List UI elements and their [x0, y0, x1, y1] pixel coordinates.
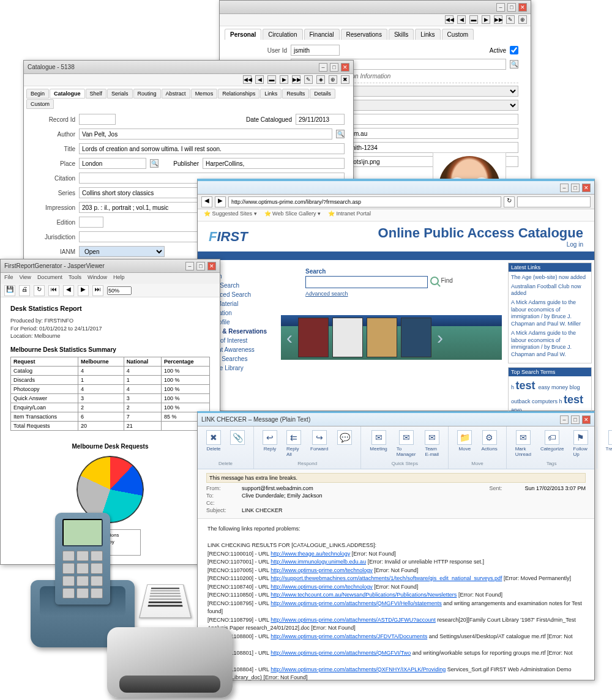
find-button[interactable]: Find [430, 277, 452, 285]
search-tag[interactable]: outback computers [511, 398, 559, 404]
maximize-icon[interactable]: □ [330, 63, 338, 72]
maximize-icon[interactable]: □ [507, 3, 516, 12]
latest-link-item[interactable]: A Mick Adams guide to the labour economi… [511, 299, 589, 328]
advanced-search-link[interactable]: Advanced search [305, 291, 502, 297]
menu-help[interactable]: Help [113, 274, 125, 283]
ribbon-button-forward[interactable]: ↪Forward [307, 429, 332, 458]
nav-button[interactable]: ✎ [304, 75, 313, 84]
maximize-icon[interactable]: □ [571, 184, 580, 192]
titlebar[interactable]: Catalogue - 5138 – □ ✕ [24, 61, 353, 74]
checked-url-link[interactable]: http://www.optimus-prime.com/technology [271, 584, 373, 590]
tab-skills[interactable]: Skills [389, 29, 414, 40]
close-icon[interactable]: ✕ [341, 63, 349, 72]
ribbon-button-reply[interactable]: ↩Reply [259, 429, 281, 458]
login-link[interactable]: Log in [378, 241, 583, 248]
tab-links[interactable]: Links [415, 29, 440, 40]
lookup-icon[interactable]: 🔍 [510, 60, 518, 69]
tab-routing[interactable]: Routing [133, 89, 161, 99]
nav-button[interactable]: ▶▶ [292, 75, 300, 84]
close-icon[interactable]: ✕ [207, 262, 216, 270]
ribbon-button-translate[interactable]: ⊕Translate [602, 429, 612, 453]
tab-shelf[interactable]: Shelf [86, 89, 107, 99]
user-id-input[interactable] [291, 45, 340, 56]
title-input[interactable] [79, 143, 345, 154]
tab-relationships[interactable]: Relationships [218, 89, 259, 99]
prev-page-icon[interactable]: ◀ [63, 285, 74, 296]
ribbon-button-team-e-mail[interactable]: ✉Team E-mail [421, 429, 443, 458]
ribbon-button-actions[interactable]: ⚙Actions [477, 429, 501, 453]
next-page-icon[interactable]: ▶ [78, 285, 89, 296]
active-checkbox[interactable] [510, 45, 518, 56]
maximize-icon[interactable]: □ [196, 262, 205, 270]
minimize-icon[interactable]: – [319, 63, 327, 72]
carousel-prev-icon[interactable]: ‹ [283, 326, 296, 350]
ribbon-button-meeting[interactable]: ✉Meeting [366, 429, 390, 458]
lookup-icon[interactable]: 🔍 [150, 159, 159, 168]
nav-button[interactable]: ◀ [457, 15, 466, 24]
search-tag[interactable]: easy money [539, 384, 570, 390]
edition-input[interactable] [79, 217, 103, 228]
date-cat-input[interactable] [296, 114, 345, 125]
first-page-icon[interactable]: ⏮ [48, 285, 59, 296]
tab-begin[interactable]: Begin [26, 89, 49, 99]
nav-button[interactable]: ▬ [469, 15, 478, 24]
titlebar[interactable]: LINK CHECKER – Message (Plain Text) – □ … [198, 413, 594, 426]
tab-abstract[interactable]: Abstract [162, 89, 190, 99]
browser-search-input[interactable] [517, 196, 591, 207]
bookmark-item[interactable]: ⭐ Intranet Portal [328, 210, 371, 220]
minimize-icon[interactable]: – [560, 415, 569, 424]
tab-links[interactable]: Links [260, 89, 282, 99]
tab-financial[interactable]: Financial [304, 29, 340, 40]
url-input[interactable] [228, 196, 501, 207]
ribbon-button--[interactable]: 💬 [334, 429, 356, 458]
titlebar[interactable]: – □ ✕ [220, 1, 531, 14]
latest-link-item[interactable]: A Mick Adams guide to the labour economi… [511, 330, 589, 359]
maximize-icon[interactable]: □ [571, 415, 580, 424]
tab-serials[interactable]: Serials [107, 89, 133, 99]
refresh-icon[interactable]: ↻ [34, 285, 45, 296]
zoom-input[interactable] [107, 286, 132, 295]
ribbon-button-mark-unread[interactable]: ✉Mark Unread [512, 429, 535, 458]
tab-circulation[interactable]: Circulation [263, 29, 302, 40]
book-cover[interactable] [332, 318, 363, 357]
nav-button[interactable]: ✎ [506, 15, 515, 24]
ribbon-button-move[interactable]: 📁Move [453, 429, 476, 453]
menu-file[interactable]: File [4, 274, 13, 283]
ribbon-button--[interactable]: 📎 [226, 429, 248, 453]
bookmark-item[interactable]: ⭐ Suggested Sites ▾ [204, 210, 257, 220]
refresh-icon[interactable]: ↻ [504, 196, 515, 207]
nav-button[interactable]: ◈ [316, 75, 325, 84]
close-icon[interactable]: ✕ [518, 3, 527, 12]
tab-details[interactable]: Details [310, 89, 335, 99]
tab-custom[interactable]: Custom [442, 29, 474, 40]
tab-memos[interactable]: Memos [191, 89, 218, 99]
checked-url-link[interactable]: http://www.optimus-prime.com/attachments… [271, 666, 446, 672]
nav-button[interactable]: ▶▶ [494, 15, 502, 24]
opac-search-input[interactable] [305, 276, 428, 288]
search-tag[interactable]: test [564, 393, 583, 406]
checked-url-link[interactable]: http://support.thewebmachines.com/attach… [271, 575, 502, 581]
ribbon-button-categorize[interactable]: 🏷Categorize [537, 429, 568, 458]
nav-button[interactable]: ◀ [255, 75, 264, 84]
lookup-icon[interactable]: 🔍 [336, 130, 345, 138]
menu-document[interactable]: Document [37, 274, 62, 283]
nav-button[interactable]: ▶ [482, 15, 490, 24]
latest-link-item[interactable]: Australian Football Club now added [511, 283, 589, 297]
author-input[interactable] [79, 128, 332, 140]
nav-button[interactable]: ◀◀ [445, 15, 453, 24]
close-icon[interactable]: ✕ [582, 184, 591, 192]
checked-url-link[interactable]: http://www.techcount.com.au/NewsandPubli… [271, 592, 457, 598]
save-icon[interactable]: 💾 [4, 285, 15, 296]
nav-button[interactable]: ▬ [267, 75, 276, 84]
forward-icon[interactable]: ▶ [215, 196, 226, 207]
search-tag[interactable]: h [559, 398, 564, 404]
nav-button[interactable]: ✖ [341, 75, 349, 84]
last-page-icon[interactable]: ⏭ [92, 285, 103, 296]
minimize-icon[interactable]: – [560, 184, 569, 192]
print-icon[interactable]: 🖨 [19, 285, 30, 296]
record-id-input[interactable] [79, 114, 116, 125]
bookmark-item[interactable]: ⭐ Web Slice Gallery ▾ [264, 210, 321, 220]
tab-catalogue[interactable]: Catalogue [50, 89, 85, 99]
ianm-select[interactable]: Open [79, 246, 165, 257]
carousel-next-icon[interactable]: › [434, 326, 446, 350]
